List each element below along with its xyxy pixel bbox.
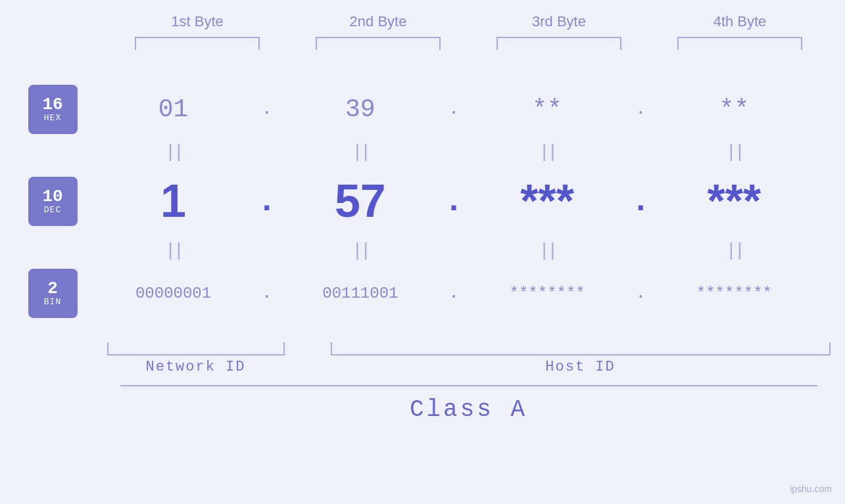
bin-byte1-value: 00000001: [135, 285, 211, 302]
dec-badge-num: 10: [42, 188, 62, 205]
dec-byte3-cell: ***: [468, 175, 626, 227]
bracket-3: [496, 37, 621, 50]
class-label: Class A: [410, 396, 527, 423]
byte2-header: 2nd Byte: [299, 13, 457, 30]
byte4-header: 4th Byte: [661, 13, 819, 30]
dec-dot3: .: [631, 183, 650, 220]
dec-badge-label: DEC: [44, 205, 61, 215]
sep2-cell: ||: [281, 142, 439, 162]
bracket-4: [677, 37, 802, 50]
bottom-brackets: [107, 342, 831, 355]
parallel-7: ||: [539, 241, 556, 261]
hex-byte2-cell: 39: [281, 95, 439, 124]
rows-column: 01 . 39 . ** . ** ||: [92, 83, 845, 319]
parallel-4: ||: [726, 142, 743, 162]
badges-column: 16 HEX 10 DEC 2 BIN: [0, 63, 92, 339]
hex-row: 01 . 39 . ** . **: [92, 83, 815, 135]
content-area: 16 HEX 10 DEC 2 BIN 01 . 39: [0, 63, 845, 339]
sep1-cell: ||: [95, 142, 253, 162]
dec-byte3-value: ***: [520, 175, 574, 227]
top-brackets: [107, 37, 831, 50]
hex-byte4-value: **: [719, 95, 750, 124]
dec-row: 1 . 57 . *** . ***: [92, 168, 815, 234]
parallel-2: ||: [352, 142, 369, 162]
host-id-label: Host ID: [331, 359, 831, 375]
parallel-6: ||: [352, 241, 369, 261]
bin-byte4-cell: ********: [655, 285, 813, 302]
sep3-cell: ||: [468, 142, 626, 162]
bracket-2: [316, 37, 441, 50]
bin-row: 00000001 . 00111001 . ******** . *******…: [92, 267, 815, 319]
bin-dot2: .: [444, 283, 464, 303]
network-bracket: [107, 342, 285, 355]
hex-dot2: .: [444, 99, 464, 119]
sep6-cell: ||: [281, 241, 439, 261]
dec-badge: 10 DEC: [28, 177, 78, 226]
dec-byte4-cell: ***: [655, 175, 813, 227]
bin-dot3: .: [631, 283, 650, 303]
parallel-3: ||: [539, 142, 556, 162]
watermark: ipshu.com: [790, 484, 832, 494]
sep8-cell: ||: [655, 241, 813, 261]
bin-dot1: .: [257, 283, 277, 303]
bin-byte2-cell: 00111001: [281, 285, 439, 302]
hex-byte3-value: **: [532, 95, 562, 124]
main-container: 1st Byte 2nd Byte 3rd Byte 4th Byte 16 H…: [0, 0, 845, 504]
hex-dot3: .: [631, 99, 650, 119]
sep4-cell: ||: [655, 142, 813, 162]
separator-row-1: || || || ||: [92, 135, 815, 168]
hex-byte2-value: 39: [345, 95, 375, 124]
hex-badge: 16 HEX: [28, 85, 78, 134]
parallel-1: ||: [165, 142, 182, 162]
dec-byte1-value: 1: [160, 175, 186, 227]
dec-byte4-value: ***: [708, 175, 761, 227]
parallel-5: ||: [165, 241, 182, 261]
bin-badge-num: 2: [47, 280, 58, 297]
bin-byte3-cell: ********: [468, 285, 626, 302]
dec-byte2-cell: 57: [281, 175, 439, 227]
dec-byte2-value: 57: [335, 175, 386, 227]
network-id-label: Network ID: [107, 359, 285, 375]
separator-row-2: || || || ||: [92, 234, 815, 267]
bin-byte4-value: ********: [696, 285, 772, 302]
bin-byte3-value: ********: [510, 285, 585, 302]
host-bracket: [331, 342, 831, 355]
bin-byte1-cell: 00000001: [95, 285, 253, 302]
hex-byte4-cell: **: [655, 95, 813, 124]
hex-badge-num: 16: [42, 96, 62, 113]
hex-byte3-cell: **: [468, 95, 626, 124]
hex-dot1: .: [257, 99, 277, 119]
hex-byte1-value: 01: [158, 95, 189, 124]
sep5-cell: ||: [95, 241, 253, 261]
dec-dot2: .: [444, 183, 464, 220]
hex-byte1-cell: 01: [95, 95, 253, 124]
bin-byte2-value: 00111001: [322, 285, 398, 302]
hex-badge-label: HEX: [44, 113, 61, 123]
bottom-area: Network ID Host ID: [107, 342, 831, 375]
parallel-8: ||: [726, 241, 743, 261]
bracket-1: [135, 37, 260, 50]
byte1-header: 1st Byte: [118, 13, 276, 30]
bin-badge: 2 BIN: [28, 269, 78, 318]
byte3-header: 3rd Byte: [480, 13, 638, 30]
bin-badge-label: BIN: [44, 297, 61, 307]
dec-dot1: .: [257, 183, 277, 220]
bottom-labels: Network ID Host ID: [107, 359, 831, 375]
sep7-cell: ||: [468, 241, 626, 261]
byte-headers: 1st Byte 2nd Byte 3rd Byte 4th Byte: [107, 13, 831, 30]
dec-byte1-cell: 1: [95, 175, 253, 227]
class-row: Class A: [120, 385, 817, 423]
